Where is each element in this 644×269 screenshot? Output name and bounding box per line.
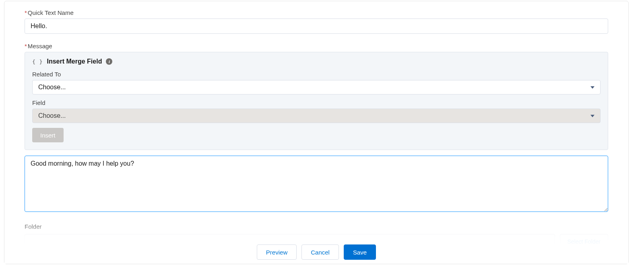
message-textarea[interactable] [25,156,608,212]
quick-text-form-panel: *Quick Text Name *Message { } Insert Mer… [4,1,629,264]
chevron-down-icon [590,86,594,89]
insert-button[interactable]: Insert [32,128,64,142]
field-select[interactable]: Choose... [32,109,601,123]
insert-merge-field-panel: { } Insert Merge Field i Related To Choo… [25,52,608,150]
merge-field-title: Insert Merge Field [47,58,102,65]
cancel-button[interactable]: Cancel [301,244,339,260]
merge-field-header: { } Insert Merge Field i [32,58,601,65]
folder-label: Folder [25,223,608,230]
merge-field-braces-icon: { } [32,59,43,65]
required-asterisk-icon: * [25,9,27,16]
preview-button[interactable]: Preview [257,244,297,260]
info-icon[interactable]: i [106,58,112,65]
message-label-text: Message [28,43,52,49]
required-asterisk-icon: * [25,43,27,49]
chevron-down-icon [590,115,594,117]
message-field-label: *Message [25,43,608,49]
name-field-label: *Quick Text Name [25,9,608,16]
name-input[interactable] [25,18,608,34]
save-button[interactable]: Save [344,244,376,260]
footer-action-bar: Preview Cancel Save [4,244,628,260]
field-select-value: Choose... [38,112,66,119]
related-to-value: Choose... [38,84,66,91]
field-label: Field [32,99,601,106]
related-to-label: Related To [32,71,601,78]
related-to-select[interactable]: Choose... [32,80,601,94]
name-label-text: Quick Text Name [28,9,74,16]
name-field-block: *Quick Text Name [25,9,608,34]
